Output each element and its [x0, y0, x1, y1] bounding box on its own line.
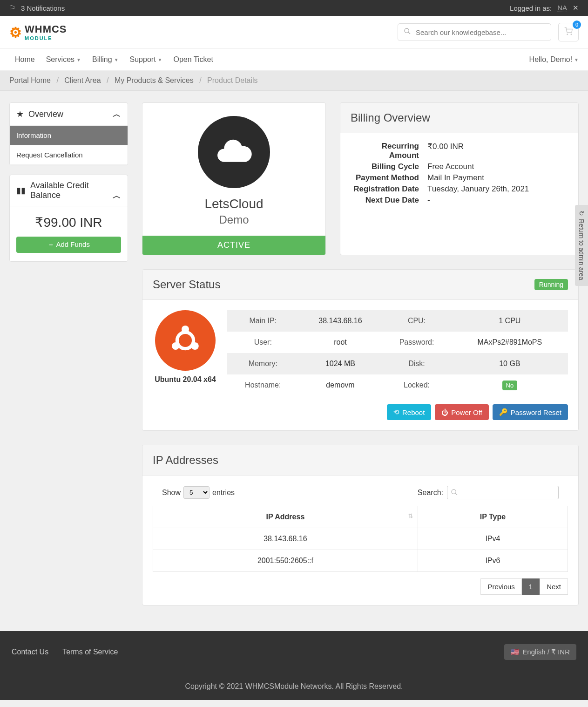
cart-button[interactable]: 0	[558, 23, 579, 41]
page-number[interactable]: 1	[522, 578, 540, 595]
server-status-badge: Running	[534, 279, 568, 290]
overview-panel: ★ Overview ︿ Information Request Cancell…	[9, 102, 128, 165]
nav-home[interactable]: Home	[9, 49, 41, 70]
credit-amount: ₹99.00 INR	[16, 215, 121, 230]
password-reset-button[interactable]: 🔑 Password Reset	[493, 404, 568, 420]
chevron-down-icon: ▼	[76, 57, 81, 62]
info-value-user: root	[299, 332, 382, 353]
breadcrumb-current: Product Details	[207, 76, 258, 84]
nav-services[interactable]: Services ▼	[41, 49, 87, 70]
info-label: Memory:	[227, 353, 299, 374]
footer-contact[interactable]: Contact Us	[12, 648, 48, 656]
nav-user-menu[interactable]: Hello, Demo! ▼	[529, 49, 579, 70]
svg-point-2	[567, 34, 568, 35]
rotate-icon: ↻	[578, 211, 585, 216]
refresh-icon: ⟲	[393, 408, 399, 416]
search-icon	[451, 489, 458, 498]
footer: Contact Us Terms of Service 🇺🇸 English /…	[0, 631, 588, 700]
billing-label: Payment Method	[351, 173, 427, 183]
billing-value: Mail In Payment	[427, 173, 568, 183]
ip-search-input[interactable]	[447, 486, 559, 499]
nav-open-ticket[interactable]: Open Ticket	[168, 49, 219, 70]
billing-label: Billing Cycle	[351, 162, 427, 171]
main-content: LetsCloud Demo ACTIVE Billing Overview R…	[142, 102, 579, 605]
add-funds-button[interactable]: ＋ Add Funds	[16, 237, 121, 253]
table-row: 2001:550:2605::f IPv6	[153, 550, 568, 572]
credit-header[interactable]: ▮▮ Available Credit Balance ︿	[10, 175, 128, 206]
svg-point-8	[452, 489, 456, 494]
ip-cell: 2001:550:2605::f	[153, 550, 418, 572]
next-page[interactable]: Next	[540, 578, 568, 595]
sidebar-item-information[interactable]: Information	[10, 126, 128, 145]
info-value-password: MAxPs2#891MoPS	[452, 332, 568, 353]
info-value-memory: 1024 MB	[299, 353, 382, 374]
sidebar: ★ Overview ︿ Information Request Cancell…	[9, 102, 128, 271]
column-ip-type[interactable]: IP Type	[418, 506, 568, 528]
ip-type-cell: IPv6	[418, 550, 568, 572]
poweroff-button[interactable]: ⏻ Power Off	[435, 404, 488, 420]
chevron-down-icon: ▼	[114, 57, 119, 62]
entries-label: entries	[212, 489, 235, 497]
power-icon: ⏻	[441, 408, 448, 416]
info-label: Password:	[382, 332, 451, 353]
search-input[interactable]	[416, 28, 545, 36]
column-ip-address[interactable]: IP Address⇅	[153, 506, 418, 528]
cloud-icon	[198, 116, 270, 188]
svg-point-7	[177, 332, 193, 348]
flag-icon: ⚐	[9, 4, 15, 12]
search-box[interactable]	[398, 23, 551, 41]
billing-value: Free Account	[427, 162, 568, 171]
ip-title: IP Addresses	[142, 445, 578, 476]
search-icon	[404, 27, 411, 37]
chevron-up-icon: ︿	[113, 109, 121, 120]
svg-point-0	[405, 28, 409, 33]
footer-terms[interactable]: Terms of Service	[62, 648, 118, 656]
key-icon: 🔑	[499, 408, 508, 416]
info-value-disk: 10 GB	[452, 353, 568, 374]
product-card: LetsCloud Demo ACTIVE	[142, 102, 326, 255]
billing-value: ₹0.00 INR	[427, 142, 568, 160]
ip-table: IP Address⇅ IP Type 38.143.68.16 IPv4 20…	[153, 506, 568, 572]
money-icon: ▮▮	[16, 185, 26, 196]
reboot-button[interactable]: ⟲ Reboot	[387, 404, 431, 420]
breadcrumb-item[interactable]: Client Area	[64, 76, 101, 84]
chevron-down-icon: ▼	[574, 57, 579, 62]
logged-in-label: Logged in as:	[510, 4, 552, 12]
product-name: LetsCloud	[152, 197, 316, 211]
os-name: Ubuntu 20.04 x64	[153, 375, 218, 384]
top-bar: ⚐ 3 Notifications Logged in as: NA ✕	[0, 0, 588, 16]
billing-label: Recurring Amount	[351, 142, 427, 160]
svg-line-9	[455, 493, 457, 495]
overview-header[interactable]: ★ Overview ︿	[10, 103, 128, 126]
server-status-title: Server Status	[153, 278, 220, 291]
breadcrumb-item[interactable]: Portal Home	[9, 76, 51, 84]
chevron-up-icon: ︿	[113, 190, 121, 201]
language-button[interactable]: 🇺🇸 English / ₹ INR	[504, 644, 576, 660]
nav-support[interactable]: Support ▼	[124, 49, 168, 70]
info-label: Locked:	[382, 374, 451, 396]
logged-in-user[interactable]: NA	[557, 4, 567, 12]
ip-type-cell: IPv4	[418, 528, 568, 550]
entries-select[interactable]: 5	[183, 486, 210, 499]
nav-billing[interactable]: Billing ▼	[87, 49, 124, 70]
info-label: Main IP:	[227, 310, 299, 332]
show-label: Show	[162, 489, 181, 497]
chevron-down-icon: ▼	[158, 57, 162, 62]
copyright: Copyright © 2021 WHMCSModule Networks. A…	[0, 673, 588, 700]
sort-icon: ⇅	[408, 513, 413, 519]
notifications-link[interactable]: 3 Notifications	[21, 4, 65, 12]
info-value-hostname: demovm	[299, 374, 382, 396]
billing-card: Billing Overview Recurring Amount₹0.00 I…	[340, 102, 579, 255]
sidebar-item-cancellation[interactable]: Request Cancellation	[10, 145, 128, 165]
billing-value: -	[427, 196, 568, 205]
prev-page[interactable]: Previous	[480, 578, 521, 595]
breadcrumb-item[interactable]: My Products & Services	[115, 76, 194, 84]
svg-point-3	[571, 34, 572, 35]
server-info-table: Main IP: 38.143.68.16 CPU: 1 CPU User: r…	[227, 310, 568, 420]
shuffle-icon[interactable]: ✕	[573, 4, 579, 12]
billing-label: Next Due Date	[351, 196, 427, 205]
logo[interactable]: ⚙ WHMCS MODULE	[9, 23, 67, 41]
info-label: Hostname:	[227, 374, 299, 396]
ubuntu-icon	[155, 310, 216, 371]
return-admin-tab[interactable]: ↻ Return to admin area	[575, 205, 588, 286]
